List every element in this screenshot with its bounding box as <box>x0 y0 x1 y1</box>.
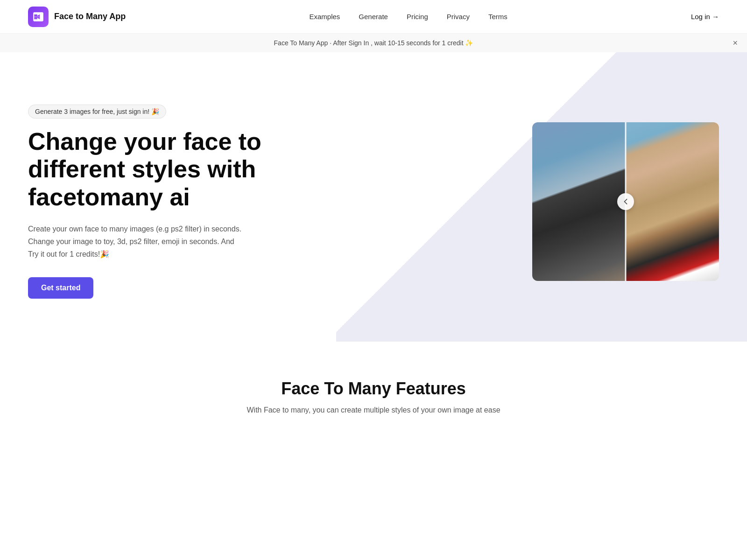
nav-pricing[interactable]: Pricing <box>407 13 428 21</box>
banner-text: Face To Many App · After Sign In , wait … <box>274 39 473 47</box>
arrows-horizontal-icon <box>621 197 630 206</box>
comparison-container <box>532 122 719 281</box>
ps2-face-visual <box>532 122 626 281</box>
nav-generate[interactable]: Generate <box>359 13 388 21</box>
hero-image-comparison <box>532 122 719 281</box>
real-face-visual <box>626 122 719 281</box>
logo-svg <box>32 11 44 23</box>
nav-privacy[interactable]: Privacy <box>447 13 470 21</box>
nav-examples[interactable]: Examples <box>310 13 340 21</box>
nav-terms[interactable]: Terms <box>488 13 507 21</box>
hero-badge: Generate 3 images for free, just sign in… <box>28 105 166 119</box>
hero-description: Create your own face to many images (e.g… <box>28 223 243 261</box>
logo-link[interactable]: Face to Many App <box>28 7 126 27</box>
features-title: Face To Many Features <box>28 379 719 399</box>
nav-links: Examples Generate Pricing Privacy Terms <box>310 13 507 21</box>
features-subtitle: With Face to many, you can create multip… <box>243 406 504 414</box>
hero-section: Generate 3 images for free, just sign in… <box>0 52 747 342</box>
banner-close-button[interactable]: × <box>733 38 738 48</box>
announcement-banner: Face To Many App · After Sign In , wait … <box>0 34 747 52</box>
image-right-real <box>626 122 719 281</box>
features-section: Face To Many Features With Face to many,… <box>0 342 747 433</box>
hero-title: Change your face to different styles wit… <box>28 128 271 211</box>
get-started-button[interactable]: Get started <box>28 277 93 299</box>
hero-content: Generate 3 images for free, just sign in… <box>28 105 271 299</box>
navbar: Face to Many App Examples Generate Prici… <box>0 0 747 34</box>
login-link[interactable]: Log in → <box>691 13 719 21</box>
image-left-ps2 <box>532 122 626 281</box>
logo-icon <box>28 7 49 27</box>
comparison-divider-handle[interactable] <box>617 193 634 210</box>
brand-name: Face to Many App <box>54 12 126 21</box>
